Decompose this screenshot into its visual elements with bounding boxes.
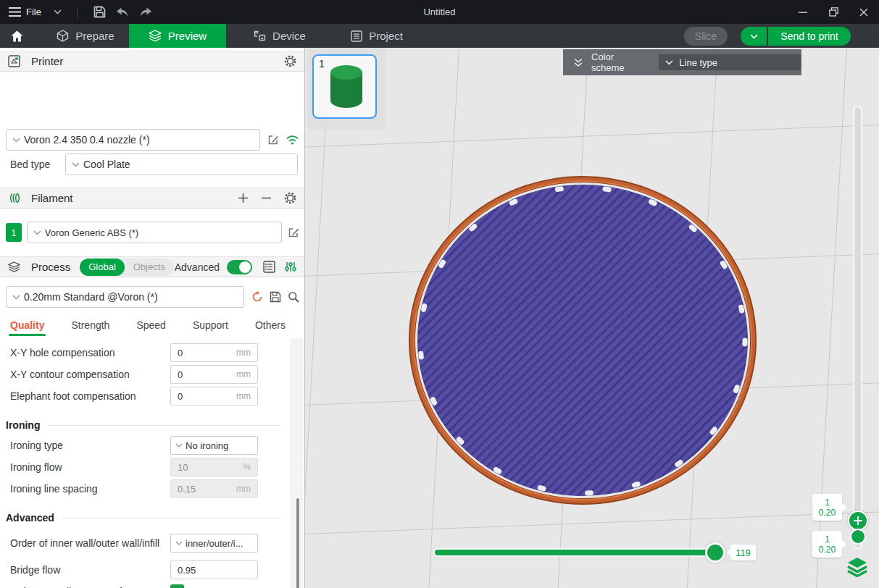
legend-collapse-icon[interactable] (573, 58, 583, 67)
printer-edit-icon[interactable] (267, 134, 279, 146)
close-button[interactable] (849, 0, 879, 24)
send-to-print-button[interactable]: Send to print (768, 27, 851, 46)
param-label: Ironing type (10, 440, 166, 452)
ironing-flow-input: 10 % (170, 458, 258, 476)
filament-preset-select[interactable]: Voron Generic ABS (*) (27, 222, 282, 243)
titlebar-divider (77, 0, 78, 24)
wifi-icon[interactable] (286, 135, 299, 145)
chevron-down-icon[interactable] (49, 0, 65, 24)
printer-section-header: Printer (0, 51, 304, 72)
save-icon[interactable] (90, 0, 109, 24)
printer-icon (8, 55, 20, 67)
tab-others[interactable]: Others (255, 319, 286, 331)
maximize-button[interactable] (818, 0, 849, 24)
wall-order-select[interactable]: inner/outer/i... (170, 534, 258, 553)
send-to-print-label: Send to print (780, 30, 838, 42)
line-type-value: Line type (679, 57, 717, 68)
advanced-section-header: Advanced (0, 508, 290, 527)
filament-settings-gear-icon[interactable] (284, 192, 296, 204)
layer-slider-lower-handle[interactable] (850, 529, 866, 545)
xy-contour-compensation-input[interactable]: 0 mm (170, 365, 258, 384)
tab-support[interactable]: Support (193, 319, 228, 331)
advanced-toggle[interactable] (227, 260, 252, 274)
tab-strength[interactable]: Strength (71, 319, 109, 331)
model-cylinder-icon (330, 65, 363, 109)
param-unit: mm (236, 484, 251, 494)
param-row: Elephant foot compensation 0 mm (0, 385, 290, 407)
one-wall-top-checkbox[interactable] (170, 584, 184, 588)
app-window: File Untitled Prepare (0, 0, 879, 588)
ironing-type-select[interactable]: No ironing (170, 436, 258, 455)
param-unit: mm (236, 348, 251, 358)
filament-slot-badge[interactable]: 1 (6, 223, 22, 242)
tab-project[interactable]: Project (335, 24, 419, 48)
add-filament-icon[interactable] (238, 193, 249, 203)
bed-type-select[interactable]: Cool Plate (65, 154, 298, 175)
param-label: X-Y hole compensation (10, 347, 166, 359)
parameter-list-icon[interactable] (263, 261, 275, 273)
process-preset-row: 0.20mm Standard @Voron (*) (6, 286, 299, 308)
process-tab-bar: Quality Strength Speed Support Others (10, 319, 286, 331)
tab-prepare-label: Prepare (75, 30, 114, 42)
sidebar-scrollbar-thumb[interactable] (296, 498, 299, 588)
xy-hole-compensation-input[interactable]: 0 mm (170, 343, 258, 362)
file-menu-label: File (26, 7, 41, 17)
param-label: Ironing line spacing (10, 483, 166, 495)
param-value: 0 (178, 391, 183, 402)
param-label: Ironing flow (10, 461, 166, 474)
send-options-dropdown[interactable] (741, 27, 767, 46)
tab-prepare[interactable]: Prepare (42, 24, 129, 48)
param-label: Elephant foot compensation (10, 390, 166, 403)
remove-filament-icon[interactable] (261, 193, 272, 203)
window-title: Untitled (423, 0, 455, 24)
bridge-flow-input[interactable]: 0.95 (170, 560, 258, 579)
redo-icon[interactable] (136, 0, 155, 24)
undo-icon[interactable] (113, 0, 132, 24)
layer-slider-upper-handle[interactable] (848, 511, 868, 531)
filament-edit-icon[interactable] (288, 227, 299, 238)
param-value: 0.95 (178, 565, 196, 576)
file-menu[interactable]: File (22, 0, 41, 24)
search-preset-icon[interactable] (288, 291, 299, 303)
bed-type-row: Bed type Cool Plate (10, 154, 299, 175)
section-title: Advanced (6, 512, 54, 524)
scope-global-button[interactable]: Global (80, 259, 125, 276)
preview-viewport[interactable]: 1 Color scheme Line type 1 0.20 1 (305, 48, 879, 588)
filament-preset-value: Voron Generic ABS (*) (45, 227, 138, 238)
printer-settings-gear-icon[interactable] (284, 55, 296, 67)
prepare-cube-icon (57, 30, 69, 42)
param-value: No ironing (186, 440, 228, 451)
preview-layers-icon (149, 30, 162, 42)
build-plate-canvas (305, 48, 879, 588)
printer-preset-row: Voron 2.4 350 0.4 nozzle (*) (6, 129, 299, 151)
layers-stack-icon[interactable] (846, 557, 868, 580)
chevron-down-icon (12, 138, 20, 143)
slice-button[interactable]: Slice (684, 27, 728, 46)
layer-slider-track[interactable] (853, 106, 862, 549)
layer-number: 1 (825, 497, 830, 508)
move-slider-track[interactable] (433, 548, 718, 557)
reset-preset-icon[interactable] (251, 291, 263, 303)
process-preset-select[interactable]: 0.20mm Standard @Voron (*) (6, 286, 244, 308)
save-preset-icon[interactable] (270, 291, 281, 303)
tab-project-label: Project (369, 30, 403, 42)
sliced-layer-top-view[interactable] (412, 180, 754, 502)
printer-preset-select[interactable]: Voron 2.4 350 0.4 nozzle (*) (6, 129, 260, 151)
printer-preset-value: Voron 2.4 350 0.4 nozzle (*) (24, 134, 150, 146)
hamburger-menu-icon[interactable] (6, 0, 23, 24)
tab-device[interactable]: Device (236, 24, 323, 48)
tab-preview[interactable]: Preview (129, 24, 226, 48)
tab-speed[interactable]: Speed (136, 319, 165, 331)
home-button[interactable] (0, 24, 33, 48)
slice-button-label: Slice (695, 30, 717, 42)
minimize-button[interactable] (788, 0, 818, 24)
plus-icon (853, 516, 863, 526)
scope-objects-button[interactable]: Objects (125, 259, 174, 276)
elephant-foot-compensation-input[interactable]: 0 mm (170, 387, 258, 406)
line-type-select[interactable]: Line type (658, 54, 801, 71)
plate-thumbnail[interactable]: 1 (312, 54, 377, 119)
tab-quality[interactable]: Quality (10, 319, 44, 331)
tune-params-icon[interactable] (285, 261, 296, 273)
chevron-down-icon (175, 443, 183, 448)
move-slider-handle[interactable] (705, 542, 725, 563)
